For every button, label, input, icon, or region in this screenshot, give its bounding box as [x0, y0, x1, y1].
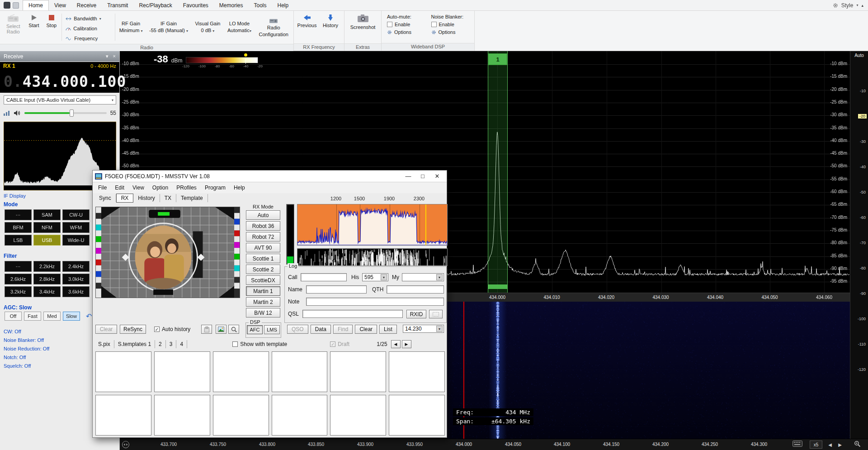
mmsstv-menu-view[interactable]: View — [128, 185, 148, 191]
draft-checkbox[interactable]: ✓ — [330, 341, 335, 347]
mmsstv-menu-help[interactable]: Help — [230, 185, 249, 191]
auto-mute-enable-checkbox[interactable]: Enable — [387, 22, 423, 27]
if-gain-dropdown[interactable]: IF Gain -55 dB (Manual) ▾ — [146, 12, 192, 42]
mode-button-wide-u[interactable]: Wide-U — [62, 235, 90, 246]
my-select[interactable]: ▾ — [402, 273, 444, 281]
mode-button-cw-u[interactable]: CW-U — [62, 209, 90, 220]
mmsstv-menu-edit[interactable]: Edit — [111, 185, 128, 191]
minimize-button[interactable]: — — [401, 171, 415, 182]
history-thumbnail[interactable] — [95, 351, 151, 392]
page-previous-button[interactable]: ◀ — [391, 340, 401, 348]
auto-mute-options-button[interactable]: Options — [387, 29, 423, 35]
call-input[interactable] — [301, 273, 347, 281]
filter-button-3-2khz[interactable]: 3.2kHz — [5, 286, 32, 297]
rx-mode-auto[interactable]: Auto — [246, 210, 280, 220]
filter-button-2-8khz[interactable]: 2.8kHz — [33, 274, 61, 284]
agc-button-fast[interactable]: Fast — [24, 312, 41, 321]
qsl-input[interactable] — [302, 310, 403, 318]
mmsstv-title-bar[interactable]: F5OEO (F5OEO.MDT) - MMSSTV Ver 1.08 — □ … — [93, 171, 447, 182]
template-tab-3[interactable]: 3 — [166, 340, 177, 348]
template-tab-s-templates-1[interactable]: S.templates 1 — [114, 340, 155, 348]
mode-button-nfm[interactable]: NFM — [33, 222, 61, 233]
history-thumbnail[interactable] — [330, 395, 386, 436]
template-tab-4[interactable]: 4 — [176, 340, 187, 348]
channel-band[interactable]: 1 — [488, 51, 508, 293]
sstv-frequency-select[interactable]: 14.230▾ — [403, 325, 444, 333]
menu-tools[interactable]: Tools — [249, 0, 272, 10]
frequency-display[interactable]: 0.434.000.100 — [0, 70, 119, 93]
history-thumbnail[interactable] — [154, 395, 210, 436]
mode-button-sam[interactable]: SAM — [33, 209, 61, 220]
agc-section-label[interactable]: AGC: Slow — [4, 304, 32, 311]
filter-button-2-6khz[interactable]: 2.6kHz — [5, 274, 32, 284]
log-list-button[interactable]: List — [379, 325, 397, 334]
dsp-afc-button[interactable]: AFC — [247, 325, 263, 334]
mmsstv-tab-sync[interactable]: Sync — [94, 194, 116, 202]
save-image-button[interactable] — [216, 325, 226, 334]
rx-mode-avt-90[interactable]: AVT 90 — [246, 243, 280, 252]
ribbon-collapse-icon[interactable]: ▴ — [861, 3, 863, 8]
frequency-ruler[interactable]: 433.700433.750433.800433.850433.900433.9… — [120, 439, 868, 450]
levels-icon[interactable] — [4, 110, 10, 116]
auto-history-checkbox[interactable]: ✓ — [154, 327, 160, 332]
filter-button-3-4khz[interactable]: 3.4kHz — [33, 286, 61, 297]
previous-frequency-button[interactable]: Previous — [296, 12, 318, 42]
select-radio-button[interactable]: Select Radio — [2, 12, 24, 42]
stop-button[interactable]: Stop — [43, 12, 60, 42]
history-thumbnail[interactable] — [272, 351, 328, 392]
name-input[interactable] — [306, 285, 367, 294]
log-clear-button[interactable]: Clear — [355, 325, 377, 334]
view-image-button[interactable] — [228, 325, 239, 334]
visual-gain-dropdown[interactable]: Visual Gain 0 dB ▾ — [192, 12, 223, 42]
agc-button-slow[interactable]: Slow — [63, 312, 80, 321]
mode-button-item[interactable]: ··· — [5, 209, 32, 220]
bandwidth-button[interactable]: Bandwidth▾ — [64, 14, 113, 23]
log-find-button[interactable]: Find — [333, 325, 353, 334]
calibration-button[interactable]: Calibration — [64, 24, 113, 33]
filter-button-2-4khz[interactable]: 2.4kHz — [62, 261, 90, 272]
resync-button[interactable]: ReSync — [120, 325, 146, 334]
mmsstv-window[interactable]: F5OEO (F5OEO.MDT) - MMSSTV Ver 1.08 — □ … — [92, 170, 447, 438]
panel-close-icon[interactable]: × — [113, 53, 116, 59]
agc-button-med[interactable]: Med — [43, 312, 61, 321]
filter-button-item[interactable]: ··· — [5, 261, 32, 272]
mmsstv-tab-template[interactable]: Template — [176, 194, 208, 202]
rx-mode-robot-36[interactable]: Robot 36 — [246, 221, 280, 231]
dsp-lms-button[interactable]: LMS — [264, 325, 280, 334]
agc-undo-icon[interactable]: ↶ — [86, 312, 92, 321]
copy-image-button[interactable] — [201, 325, 212, 334]
history-dropdown-button[interactable]: History — [319, 12, 342, 42]
log-qso-button[interactable]: QSO — [287, 325, 308, 334]
noise-blanker-enable-checkbox[interactable]: Enable — [431, 22, 469, 27]
history-thumbnail[interactable] — [389, 351, 445, 392]
menu-view[interactable]: View — [49, 0, 71, 10]
menu-memories[interactable]: Memories — [214, 0, 249, 10]
mmsstv-tab-rx[interactable]: RX — [116, 194, 134, 203]
status-cw-off[interactable]: CW: Off — [4, 329, 49, 334]
frequency-button[interactable]: Frequency — [64, 34, 113, 43]
menu-receive[interactable]: Receive — [71, 0, 102, 10]
level-scale-panel[interactable]: Auto -10-20-30-40-50-60-70-80-90-100-110… — [850, 51, 868, 439]
mmsstv-menu-file[interactable]: File — [94, 185, 111, 191]
menu-help[interactable]: Help — [272, 0, 294, 10]
style-label[interactable]: Style — [841, 2, 854, 9]
start-button[interactable]: Start — [25, 12, 42, 42]
quick-access-icon[interactable] — [13, 2, 19, 9]
scroll-right-button[interactable]: ▶ — [836, 441, 844, 449]
template-tab-s-pix[interactable]: S.pix — [94, 340, 114, 348]
maximize-button[interactable]: □ — [415, 171, 430, 182]
log-data-button[interactable]: Data — [311, 325, 331, 334]
status-noise-blanker-off[interactable]: Noise Blanker: Off — [4, 337, 49, 343]
scroll-left-button[interactable]: ◀ — [826, 441, 834, 449]
menu-transmit[interactable]: Transmit — [102, 0, 133, 10]
speaker-icon[interactable] — [14, 110, 21, 116]
history-thumbnail[interactable] — [154, 351, 210, 392]
qth-input[interactable] — [387, 285, 444, 294]
close-button[interactable]: ✕ — [430, 171, 444, 182]
mmsstv-menu-program[interactable]: Program — [201, 185, 230, 191]
rx-mode-martin-1[interactable]: Martin 1 — [246, 286, 280, 296]
mmsstv-tab-tx[interactable]: TX — [160, 194, 176, 202]
rxid-button[interactable]: RXID — [406, 310, 426, 318]
history-thumbnail[interactable] — [330, 351, 386, 392]
menu-home[interactable]: Home — [23, 0, 49, 10]
